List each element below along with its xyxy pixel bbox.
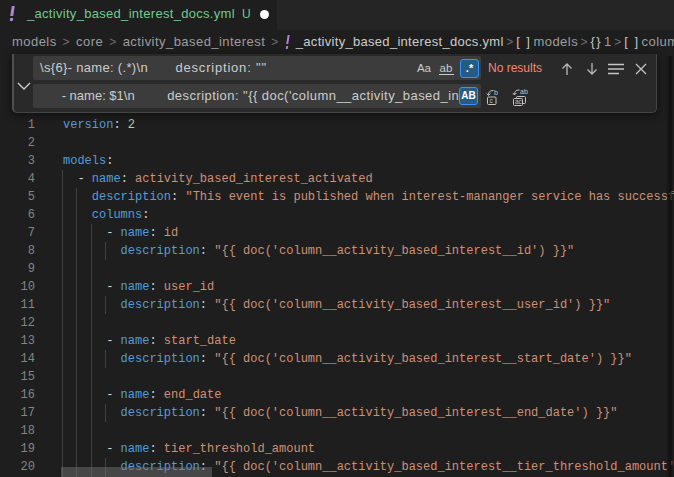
svg-text:ac: ac [515, 98, 523, 105]
svg-text:ab: ab [520, 88, 528, 95]
svg-text:b: b [494, 89, 498, 96]
svg-text:c: c [490, 97, 494, 104]
